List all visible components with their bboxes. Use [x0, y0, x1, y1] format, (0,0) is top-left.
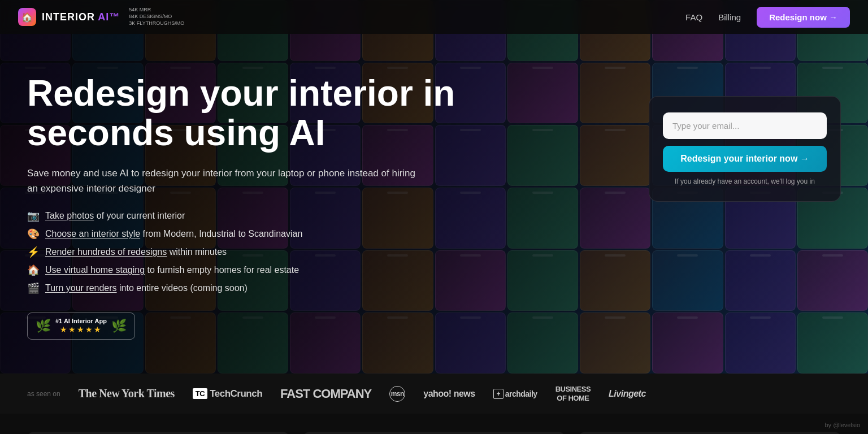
render-link[interactable]: Render hundreds of redesigns: [45, 247, 167, 257]
footer-credit: by @levelsio: [824, 422, 860, 428]
take-photos-link[interactable]: Take photos: [45, 211, 94, 220]
hero-form: Redesign your interior now → If you alre…: [649, 96, 841, 202]
badge-text: #1 AI Interior App ★★★★★: [55, 318, 107, 335]
award-badge: 🌿 #1 AI Interior App ★★★★★ 🌿: [27, 313, 135, 340]
techcrunch-logo: TC TechCrunch: [193, 388, 262, 400]
left-laurel-icon: 🌿: [36, 319, 51, 333]
email-input[interactable]: [663, 112, 827, 139]
logo-text: INTERIOR AI™: [42, 11, 120, 23]
lightning-icon: ⚡: [27, 246, 40, 258]
hero-features-list: 📷 Take photos of your current interior 🎨…: [27, 210, 513, 294]
house-icon: 🏠: [27, 264, 40, 276]
feature-item-staging: 🏠 Use virtual home staging to furnish em…: [27, 264, 513, 276]
business-of-home-logo: BUSINESSOF HOME: [555, 385, 591, 402]
archdaily-logo: + archdaily: [493, 389, 537, 399]
testimonial-card-3: "Snap a photo of your living room, and I…: [579, 432, 841, 434]
video-icon: 🎬: [27, 282, 40, 294]
cta-button[interactable]: Redesign your interior now →: [663, 146, 827, 172]
navbar: 🏠 INTERIOR AI™ 54K MRR 84K DESIGNS/MO 3K…: [0, 0, 868, 34]
feature-item-style: 🎨 Choose an interior style from Modern, …: [27, 228, 513, 240]
feature-item-video: 🎬 Turn your renders into entire videos (…: [27, 282, 513, 294]
hero-subtitle: Save money and use AI to redesign your i…: [27, 166, 423, 196]
msn-logo: msn: [389, 386, 405, 402]
billing-link[interactable]: Billing: [718, 12, 741, 22]
testimonials-section: "The app produced new renderings in seco…: [0, 414, 868, 434]
tc-icon: TC: [193, 388, 207, 399]
hero-title: Redesign your interior in seconds using …: [27, 73, 513, 153]
login-hint: If you already have an account, we'll lo…: [663, 177, 827, 185]
as-seen-label: as seen on: [27, 390, 60, 398]
livingetc-logo: Livingetc: [609, 389, 646, 399]
feature-item-photos: 📷 Take photos of your current interior: [27, 210, 513, 222]
staging-link[interactable]: Use virtual home staging: [45, 265, 145, 275]
feature-item-render: ⚡ Render hundreds of redesigns within mi…: [27, 246, 513, 258]
nav-stats: 54K MRR 84K DESIGNS/MO 3K FLYTHROUGHS/MO: [129, 7, 184, 27]
right-laurel-icon: 🌿: [111, 319, 127, 333]
faq-link[interactable]: FAQ: [685, 12, 702, 22]
archdaily-plus-icon: +: [493, 389, 504, 399]
yahoo-logo: yahoo! news: [423, 389, 475, 399]
renders-link[interactable]: Turn your renders: [45, 283, 117, 293]
choose-style-link[interactable]: Choose an interior style: [45, 229, 140, 238]
press-bar: as seen on The New York Times TC TechCru…: [0, 374, 868, 414]
hero-left: Redesign your interior in seconds using …: [27, 73, 513, 340]
testimonial-card-1: "The app produced new renderings in seco…: [27, 432, 289, 434]
nyt-logo: The New York Times: [79, 387, 175, 400]
fastcompany-logo: FAST COMPANY: [280, 387, 371, 401]
nav-redesign-button[interactable]: Redesign now →: [757, 7, 850, 28]
hero-badge: 🌿 #1 AI Interior App ★★★★★ 🌿: [27, 313, 513, 340]
testimonial-card-2: "Interior AI, an app that taps generativ…: [303, 432, 565, 434]
nav-right: FAQ Billing Redesign now →: [685, 7, 850, 28]
hero-content: Redesign your interior in seconds using …: [0, 34, 868, 374]
press-logos: The New York Times TC TechCrunch FAST CO…: [79, 385, 646, 402]
camera-icon: 📷: [27, 210, 40, 222]
hero-section: Redesign your interior in seconds using …: [0, 0, 868, 374]
nav-logo-area: 🏠 INTERIOR AI™ 54K MRR 84K DESIGNS/MO 3K…: [18, 7, 184, 27]
logo-icon: 🏠: [18, 8, 36, 26]
palette-icon: 🎨: [27, 228, 40, 240]
